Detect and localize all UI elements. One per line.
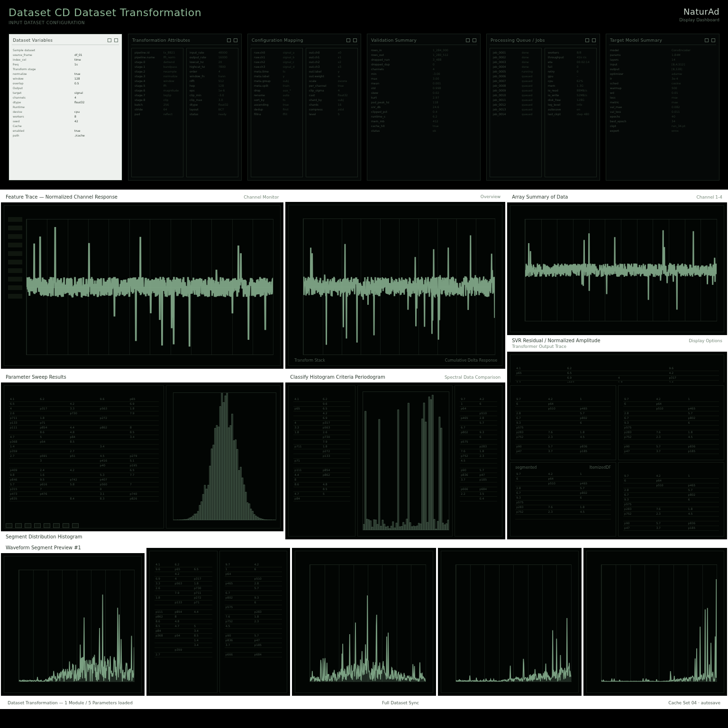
panel-menu-icon[interactable] bbox=[705, 38, 709, 42]
row3-d-panel[interactable] bbox=[438, 548, 582, 696]
row2-left-hist[interactable] bbox=[173, 392, 276, 520]
tool-icon[interactable] bbox=[34, 523, 41, 528]
tool-icon[interactable] bbox=[25, 523, 31, 528]
row2-left-bottom-title: Segment Distribution Histogram bbox=[1, 531, 283, 539]
footer: Dataset Transformation — 1 Module / 5 Pa… bbox=[0, 697, 728, 709]
row3-b-table: 4.16.29.6p656.54.26.94p3173.3p5631.82.6p… bbox=[155, 563, 212, 688]
row1-mid-panel[interactable]: Transform Stack Cumulative Delta Respons… bbox=[285, 202, 505, 369]
row2-left-table-pane: 4.16.29.6p656.54.26.94p3173.3p5631.82.6p… bbox=[4, 385, 164, 528]
row2-mid-list: 4.16.29.6p656.54.26.94p3173.3p5631.82.6p… bbox=[288, 385, 355, 537]
row3-c-panel[interactable] bbox=[292, 548, 436, 696]
row1-left-chart[interactable] bbox=[26, 219, 273, 355]
panel-menu-icon[interactable] bbox=[227, 38, 231, 42]
row2-right-panel[interactable]: 9.74.216p64p510p4652.85.76.7p8029.36p575… bbox=[507, 382, 727, 539]
panel-menu-icon[interactable] bbox=[108, 38, 111, 42]
tool-icon[interactable] bbox=[15, 523, 22, 528]
panel-menu-icon[interactable] bbox=[466, 38, 470, 42]
row2-right-badge-b: ItemizedDF bbox=[590, 465, 611, 470]
row2-left-table: 4.16.29.6p656.54.26.94p3173.3p5631.82.6p… bbox=[9, 397, 159, 523]
row2-left-title: Parameter Sweep Results bbox=[6, 374, 66, 380]
row1-mid-chart[interactable] bbox=[303, 218, 495, 355]
panel-close-icon[interactable] bbox=[353, 38, 357, 42]
row2-mid-panel[interactable]: 4.16.29.6p656.54.26.94p3173.3p5631.82.6p… bbox=[285, 382, 505, 539]
row1-mid-sub-a: Transform Stack bbox=[294, 358, 325, 363]
row2-left-hist-pane[interactable] bbox=[166, 385, 281, 528]
panel-close-icon[interactable] bbox=[234, 38, 237, 42]
row2-mid-head: Classify Histogram Criteria Periodogram … bbox=[285, 371, 505, 382]
row1-right-sub-title: SVR Residual / Normalized Amplitude bbox=[512, 338, 600, 343]
panel-close-icon[interactable] bbox=[711, 38, 715, 42]
top-panel-p4[interactable]: Processing Queue / Jobsjob_0001donejob_0… bbox=[486, 34, 600, 181]
row3-b-list: 4.16.29.6p656.54.26.94p3173.3p5631.82.6p… bbox=[149, 551, 218, 693]
row2-mid-title: Classify Histogram Criteria Periodogram bbox=[290, 374, 385, 380]
row3-b-head bbox=[146, 541, 290, 548]
row1-right-subhead: SVR Residual / Normalized Amplitude Tran… bbox=[507, 335, 727, 352]
panel-close-icon[interactable] bbox=[473, 38, 476, 42]
row3-a-title: Waveform Segment Preview #1 bbox=[6, 545, 81, 550]
row1-mid-head: Overview bbox=[285, 191, 505, 202]
top-strip: Dataset CD Dataset Transformation INPUT … bbox=[0, 0, 728, 190]
row1-mid-right: Overview bbox=[481, 194, 500, 199]
panel-close-icon[interactable] bbox=[592, 38, 596, 42]
brand: NaturAd bbox=[679, 7, 719, 17]
row3-b-aux: 9.74.216p64p510p4652.85.76.7p8029.36p575… bbox=[219, 551, 288, 693]
row2-right-q1: 9.74.216p64p510p4652.85.76.7p8029.36p575… bbox=[510, 385, 616, 460]
row1-right-sub-sub: Transformer Output Trace bbox=[512, 344, 600, 349]
row1-right-chart[interactable] bbox=[525, 219, 717, 321]
row2-right-table-3: 9.74.216p64p510p4652.85.76.7p8029.36p575… bbox=[515, 472, 611, 532]
row2-mid-table: 4.16.29.6p656.54.26.94p3173.3p5631.82.6p… bbox=[293, 397, 350, 531]
row1-left-title: Feature Trace — Normalized Channel Respo… bbox=[6, 194, 118, 200]
row2-mid-bars-pane[interactable] bbox=[357, 385, 453, 537]
footer-right: Cache Set 04 · autosave bbox=[668, 701, 720, 705]
row2-left-head: Parameter Sweep Results bbox=[1, 371, 283, 382]
row1-left-head: Feature Trace — Normalized Channel Respo… bbox=[1, 191, 283, 202]
row3-c-chart[interactable] bbox=[309, 564, 426, 682]
top-header: Dataset CD Dataset Transformation INPUT … bbox=[9, 7, 719, 25]
row2-right-q2: 9.74.216p64p510p4652.85.76.7p8029.36p575… bbox=[618, 385, 724, 460]
row2-right-table-1: 9.74.216p64p510p4652.85.76.7p8029.36p575… bbox=[515, 397, 611, 455]
row3-a-panel[interactable] bbox=[1, 553, 145, 696]
panel-close-icon[interactable] bbox=[114, 38, 118, 42]
row3-e-panel[interactable] bbox=[583, 548, 727, 696]
row2-right-table-4: 9.74.216p64p510p4652.85.76.7p8029.36p575… bbox=[623, 474, 719, 532]
panel-menu-icon[interactable] bbox=[585, 38, 589, 42]
row1-left-panel[interactable] bbox=[1, 202, 283, 369]
row3-d-head bbox=[438, 541, 582, 548]
app-subtitle: INPUT DATASET CONFIGURATION bbox=[9, 20, 201, 25]
row3-d-chart[interactable] bbox=[455, 564, 572, 682]
row1-right-right: Channel 1-4 bbox=[696, 195, 722, 200]
row2-left-bottom-label: Segment Distribution Histogram bbox=[6, 534, 82, 539]
tool-icon[interactable] bbox=[44, 523, 50, 528]
row3-e-chart[interactable] bbox=[601, 564, 717, 682]
top-panel-grid: Dataset VariablesSample dataset source_f… bbox=[9, 34, 719, 181]
row3-b-aux-table: 9.74.216p64p510p4652.85.76.7p8029.36p575… bbox=[225, 563, 282, 688]
tool-icon[interactable] bbox=[72, 523, 79, 528]
row1-right-upper[interactable] bbox=[507, 202, 727, 335]
row2-left-panel[interactable]: 4.16.29.6p656.54.26.94p3173.3p5631.82.6p… bbox=[1, 382, 283, 531]
row1-mid-sub-b: Cumulative Delta Response bbox=[445, 358, 498, 363]
row1-left-sidebar bbox=[8, 217, 22, 361]
tool-icon[interactable] bbox=[53, 523, 60, 528]
row3-a-chart[interactable] bbox=[18, 570, 135, 682]
tool-icon[interactable] bbox=[63, 523, 69, 528]
row2-left-toolbar[interactable] bbox=[6, 523, 279, 528]
row3-c-head bbox=[292, 541, 436, 548]
tool-icon[interactable] bbox=[6, 523, 12, 528]
row2-mid-bars[interactable] bbox=[363, 391, 450, 530]
footer-mid: Full Dataset Sync bbox=[382, 701, 419, 705]
top-panel-p0[interactable]: Dataset VariablesSample dataset source_f… bbox=[9, 34, 122, 181]
top-panel-p2[interactable]: Configuration Mappingraw.ch0signal_araw.… bbox=[247, 34, 361, 181]
row2-right-table-2: 9.74.216p64p510p4652.85.76.7p8029.36p575… bbox=[623, 397, 719, 455]
row1-right-title: Array Summary of Data bbox=[512, 194, 568, 200]
row1-right-sub-right: Display Options bbox=[689, 338, 722, 343]
row2-mid-aux-table: 9.74.216p64p510p4652.85.76.7p8029.36p575… bbox=[460, 397, 497, 531]
row2-right-badge-a: segmented bbox=[515, 465, 537, 470]
row3-b-panel[interactable]: 4.16.29.6p656.54.26.94p3173.3p5631.82.6p… bbox=[146, 548, 290, 696]
top-panel-p1[interactable]: Transformation Attributespipeline.idtx_8… bbox=[128, 34, 242, 181]
top-panel-p5[interactable]: Target Model SummarymodelConvEncoderpara… bbox=[606, 34, 719, 181]
top-panel-p3[interactable]: Validation Summaryrows_in1_284_000rows_o… bbox=[367, 34, 481, 181]
panel-menu-icon[interactable] bbox=[346, 38, 350, 42]
row2-mid-right: Spectral Data Comparison bbox=[445, 375, 500, 380]
app-title: Dataset CD Dataset Transformation bbox=[9, 7, 201, 18]
row3-a-head: Waveform Segment Preview #1 bbox=[1, 541, 145, 553]
